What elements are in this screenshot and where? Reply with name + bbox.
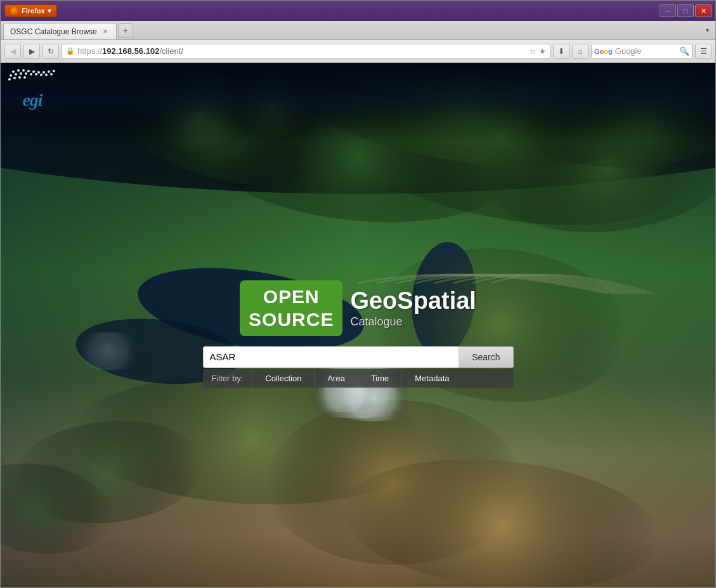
main-content: egi OPEN SOURCE GeoSpatial Catalogue (1, 63, 715, 587)
geospatial-text: GeoSpatial Catalogue (350, 288, 476, 329)
filter-metadata-button[interactable]: Metadata (401, 369, 462, 388)
svg-point-9 (10, 74, 12, 77)
window-controls: ─ □ ✕ (660, 4, 712, 17)
google-icon: Goog (594, 48, 613, 55)
url-host: 192.168.56.102 (102, 46, 159, 56)
search-row: Search (203, 346, 514, 368)
close-button[interactable]: ✕ (695, 4, 712, 17)
new-tab-button[interactable]: + (118, 23, 133, 37)
address-bar[interactable]: 🔒 https://192.168.56.102/client/ ☆ ★ (62, 44, 550, 59)
svg-point-1 (17, 69, 20, 72)
firefox-logo-icon (10, 6, 19, 15)
minimize-button[interactable]: ─ (660, 4, 676, 17)
tab-bar: OSGC Catalogue Browse ✕ + ▾ (1, 21, 715, 40)
svg-point-7 (48, 70, 50, 73)
open-text: OPEN (263, 285, 320, 308)
star-icon[interactable]: ★ (539, 47, 546, 56)
svg-point-12 (25, 72, 27, 75)
reload-button[interactable]: ↻ (42, 44, 59, 59)
svg-point-18 (8, 78, 11, 81)
egi-dots-icon (7, 69, 58, 91)
svg-point-6 (42, 71, 45, 74)
svg-point-10 (15, 73, 17, 75)
address-url: https://192.168.56.102/client/ (77, 46, 183, 56)
nav-bar: ◀ ▶ ↻ 🔒 https://192.168.56.102/client/ ☆… (1, 40, 715, 63)
url-scheme: https:// (77, 46, 102, 56)
geospatial-title: GeoSpatial (350, 288, 476, 315)
svg-point-15 (40, 74, 42, 76)
google-search-icon[interactable]: 🔍 (679, 46, 689, 56)
lock-icon: 🔒 (66, 47, 75, 55)
center-content: OPEN SOURCE GeoSpatial Catalogue Search … (203, 280, 514, 388)
svg-point-16 (45, 74, 48, 76)
forward-button[interactable]: ▶ (23, 44, 40, 59)
tab-dropdown-button[interactable]: ▾ (701, 23, 713, 37)
svg-point-3 (27, 70, 30, 72)
filter-label: Filter by: (203, 370, 252, 387)
firefox-menu-button[interactable]: Firefox ▾ (4, 4, 57, 17)
svg-point-14 (35, 73, 37, 75)
filter-time-button[interactable]: Time (358, 369, 401, 388)
svg-point-8 (53, 70, 55, 72)
address-icons: ☆ ★ (530, 47, 546, 56)
source-text: SOURCE (249, 308, 334, 331)
svg-point-11 (20, 72, 22, 75)
svg-point-0 (12, 70, 15, 73)
svg-point-13 (30, 73, 32, 75)
url-path: /client/ (159, 46, 183, 56)
svg-point-17 (50, 73, 53, 75)
download-button[interactable]: ⬇ (553, 44, 570, 59)
filter-bar: Filter by: Collection Area Time Metadata (203, 369, 514, 388)
filter-area-button[interactable]: Area (314, 369, 357, 388)
egi-brand-text: egi (22, 90, 42, 110)
google-search-bar[interactable]: Goog Google 🔍 (591, 44, 693, 59)
egi-logo: egi (7, 69, 58, 109)
title-bar: Firefox ▾ ─ □ ✕ (1, 1, 715, 21)
maximize-button[interactable]: □ (677, 4, 694, 17)
open-source-badge: OPEN SOURCE (240, 280, 342, 336)
filter-collection-button[interactable]: Collection (252, 369, 314, 388)
svg-point-19 (13, 77, 16, 79)
back-button[interactable]: ◀ (4, 44, 21, 59)
svg-point-4 (32, 70, 35, 73)
search-button[interactable]: Search (459, 346, 513, 368)
search-container: Search Filter by: Collection Area Time M… (203, 346, 514, 388)
menu-button[interactable]: ☰ (695, 44, 712, 59)
home-button[interactable]: ⌂ (572, 44, 589, 59)
firefox-label: Firefox (22, 7, 45, 15)
svg-point-5 (37, 71, 40, 74)
tab-close-button[interactable]: ✕ (101, 27, 110, 36)
app-logo: OPEN SOURCE GeoSpatial Catalogue (240, 280, 476, 336)
google-label: Google (615, 46, 642, 56)
catalogue-subtitle: Catalogue (350, 316, 476, 329)
bookmark-icon[interactable]: ☆ (530, 47, 537, 56)
browser-window: Firefox ▾ ─ □ ✕ OSGC Catalogue Browse ✕ … (0, 0, 716, 588)
firefox-dropdown-icon: ▾ (48, 7, 51, 15)
search-input[interactable] (203, 346, 460, 368)
svg-point-21 (23, 76, 26, 79)
svg-point-20 (18, 76, 21, 79)
egi-text: egi (22, 91, 42, 109)
tab-title: OSGC Catalogue Browse (10, 27, 97, 36)
active-tab[interactable]: OSGC Catalogue Browse ✕ (3, 23, 117, 39)
svg-point-2 (22, 69, 25, 72)
